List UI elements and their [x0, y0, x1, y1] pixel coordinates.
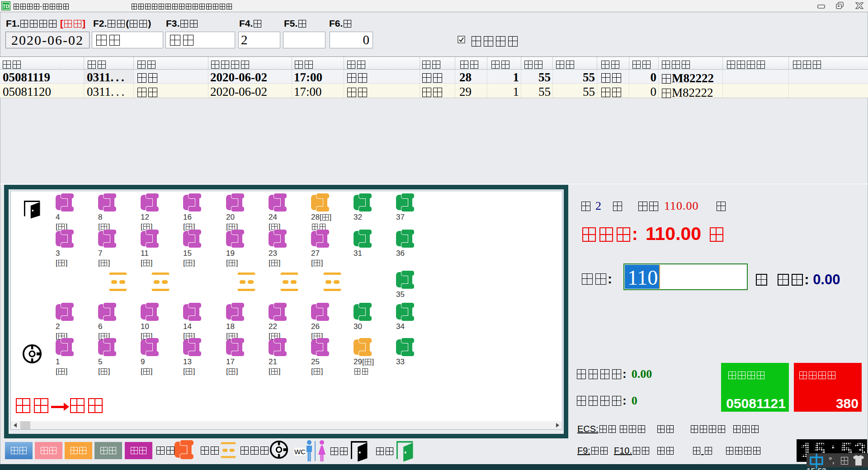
svg-text:TD: TD — [3, 4, 9, 9]
